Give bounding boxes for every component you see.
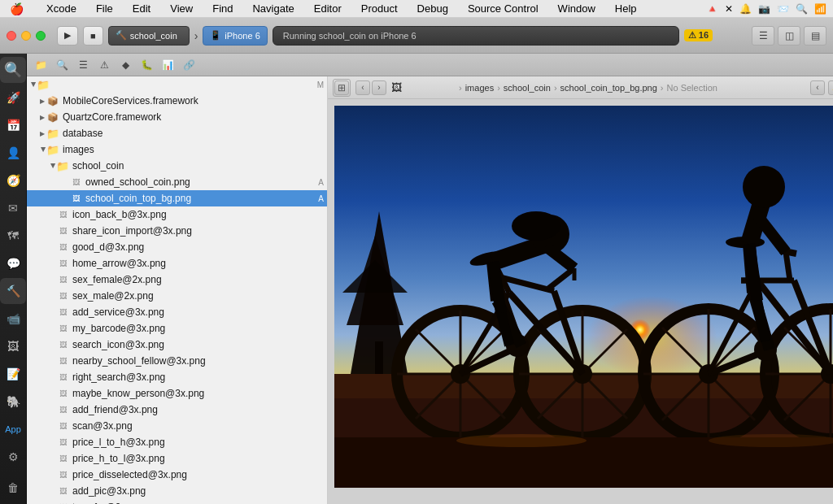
- file-label: home_arrow@3x.png: [72, 258, 324, 269]
- list-item[interactable]: ▶ 🖼 owned_school_coin.png A: [27, 174, 327, 190]
- list-item[interactable]: ▶ 📦 MobileCoreServices.framework: [27, 93, 327, 109]
- expand-icon: ▶: [50, 163, 57, 169]
- dock-icon-messages[interactable]: 💬: [0, 250, 26, 276]
- inspector-toggle[interactable]: ▤: [804, 26, 826, 46]
- scheme-selector[interactable]: 🔨 school_coin: [108, 26, 190, 46]
- file-label: school_coin: [72, 160, 324, 172]
- menu-file[interactable]: File: [93, 2, 116, 15]
- list-item[interactable]: ▶ 🖼 transfer@3x.png: [27, 499, 327, 504]
- file-tree-root[interactable]: ▶ 📁 M: [27, 76, 327, 93]
- traffic-lights: [7, 31, 46, 41]
- image-icon: 🖼: [56, 273, 69, 286]
- menu-navigate[interactable]: Navigate: [249, 2, 297, 15]
- dock-icon-finder[interactable]: 🔍: [0, 57, 26, 83]
- expand-icon: ▶: [40, 130, 46, 137]
- framework-icon: 📦: [46, 94, 59, 107]
- file-label: owned_school_coin.png: [85, 176, 318, 188]
- nav-git-icon[interactable]: 🔗: [180, 56, 198, 74]
- list-item[interactable]: ▶ 🖼 price_l_to_h@3x.png: [27, 434, 327, 450]
- nav-report-icon[interactable]: 📊: [159, 56, 177, 74]
- dock-icon-mail[interactable]: ✉: [0, 195, 26, 221]
- dock-icon-launchpad[interactable]: 🚀: [0, 85, 26, 111]
- stop-button[interactable]: ■: [83, 26, 103, 46]
- list-item[interactable]: ▶ 🖼 price_h_to_l@3x.png: [27, 450, 327, 467]
- list-item[interactable]: ▶ 📁 database: [27, 125, 327, 141]
- list-item[interactable]: ▶ 🖼 sex_female@2x.png: [27, 272, 327, 288]
- dock-icon-systemprefs[interactable]: ⚙: [0, 444, 26, 470]
- svg-point-35: [512, 211, 560, 241]
- apple-menu[interactable]: 🍎: [7, 2, 27, 15]
- breadcrumb-nav-back[interactable]: ‹: [810, 80, 825, 95]
- breadcrumb-images[interactable]: images: [465, 83, 494, 93]
- warning-count: ⚠ 16: [688, 30, 709, 40]
- close-button[interactable]: [7, 31, 16, 41]
- root-folder-icon: 📁: [37, 78, 50, 91]
- list-item[interactable]: ▶ 🖼 right_search@3x.png: [27, 369, 327, 385]
- menu-window[interactable]: Window: [555, 2, 599, 15]
- dock-icon-evernote[interactable]: 🐘: [0, 389, 26, 415]
- list-item[interactable]: ▶ 🖼 icon_back_b@3x.png: [27, 206, 327, 223]
- list-item[interactable]: ▶ 🖼 maybe_know_person@3x.png: [27, 385, 327, 402]
- nav-folder-icon[interactable]: 📁: [32, 56, 50, 74]
- debug-toggle[interactable]: ◫: [778, 26, 800, 46]
- menu-source-control[interactable]: Source Control: [464, 2, 542, 15]
- menu-editor[interactable]: Editor: [311, 2, 345, 15]
- nav-search-icon[interactable]: 🔍: [53, 56, 71, 74]
- list-item[interactable]: ▶ 🖼 scan@3x.png: [27, 418, 327, 434]
- selected-file-item[interactable]: ▶ 🖼 school_coin_top_bg.png A: [27, 190, 327, 206]
- list-item[interactable]: ▶ 📁 school_coin: [27, 158, 327, 174]
- list-item[interactable]: ▶ 🖼 add_friend@3x.png: [27, 402, 327, 418]
- dock-icon-notes[interactable]: 📝: [0, 361, 26, 387]
- device-selector[interactable]: 📱 iPhone 6: [203, 26, 267, 46]
- list-item[interactable]: ▶ 🖼 add_pic@3x.png: [27, 483, 327, 499]
- breadcrumb-school-coin[interactable]: school_coin: [504, 83, 551, 93]
- dock-icon-calendar[interactable]: 📅: [0, 112, 26, 138]
- menu-find[interactable]: Find: [209, 2, 236, 15]
- dock-icon-safari[interactable]: 🧭: [0, 167, 26, 193]
- breadcrumb-filename[interactable]: school_coin_top_bg.png: [560, 83, 657, 93]
- menu-product[interactable]: Product: [358, 2, 401, 15]
- list-item[interactable]: ▶ 📁 images: [27, 141, 327, 158]
- menu-view[interactable]: View: [167, 2, 196, 15]
- list-item[interactable]: ▶ 📦 QuartzCore.framework: [27, 109, 327, 125]
- menu-help[interactable]: Help: [612, 2, 640, 15]
- nav-back-button[interactable]: ‹: [355, 80, 370, 95]
- grid-view-button[interactable]: ⊞: [334, 80, 349, 95]
- run-button[interactable]: ▶: [57, 26, 78, 46]
- dock-icon-trash[interactable]: 🗑: [0, 475, 26, 501]
- list-item[interactable]: ▶ 🖼 price_disselected@3x.png: [27, 467, 327, 483]
- menu-edit[interactable]: Edit: [129, 2, 154, 15]
- folder-icon: 📁: [56, 159, 69, 172]
- breadcrumb-warning[interactable]: ⚠: [828, 80, 833, 95]
- list-item[interactable]: ▶ 🖼 sex_male@2x.png: [27, 288, 327, 304]
- image-icon: 🖼: [69, 192, 82, 205]
- nav-list-icon[interactable]: ☰: [74, 56, 92, 74]
- file-label: my_barcode@3x.png: [72, 323, 324, 334]
- menu-debug[interactable]: Debug: [414, 2, 451, 15]
- nav-forward-button[interactable]: ›: [372, 80, 386, 95]
- nav-test-icon[interactable]: ◆: [116, 56, 134, 74]
- dock-icon-xcode[interactable]: 🔨: [0, 278, 26, 304]
- maximize-button[interactable]: [36, 31, 46, 41]
- dock-icon-facetime[interactable]: 📹: [0, 306, 26, 332]
- nav-debug-icon[interactable]: 🐛: [137, 56, 155, 74]
- list-item[interactable]: ▶ 🖼 share_icon_import@3x.png: [27, 223, 327, 239]
- menu-xcode[interactable]: Xcode: [43, 2, 80, 15]
- nav-warning-icon[interactable]: ⚠: [95, 56, 113, 74]
- file-label: good_d@3x.png: [72, 241, 324, 253]
- image-icon: 🖼: [56, 387, 69, 400]
- minimize-button[interactable]: [21, 31, 31, 41]
- list-item[interactable]: ▶ 🖼 nearby_school_fellow@3x.png: [27, 353, 327, 369]
- navigator-toggle[interactable]: ☰: [752, 26, 774, 46]
- device-name: iPhone 6: [225, 31, 259, 41]
- list-item[interactable]: ▶ 🖼 home_arrow@3x.png: [27, 255, 327, 272]
- list-item[interactable]: ▶ 🖼 search_icon@3x.png: [27, 337, 327, 353]
- dock-icon-photos[interactable]: 🖼: [0, 333, 26, 359]
- dock-icon-appstore[interactable]: App: [0, 416, 26, 442]
- list-item[interactable]: ▶ 🖼 add_service@3x.png: [27, 304, 327, 320]
- list-item[interactable]: ▶ 🖼 good_d@3x.png: [27, 239, 327, 255]
- dock-icon-contacts[interactable]: 👤: [0, 140, 26, 166]
- warning-badge[interactable]: ⚠ 16: [684, 29, 713, 41]
- list-item[interactable]: ▶ 🖼 my_barcode@3x.png: [27, 320, 327, 337]
- dock-icon-maps[interactable]: 🗺: [0, 223, 26, 249]
